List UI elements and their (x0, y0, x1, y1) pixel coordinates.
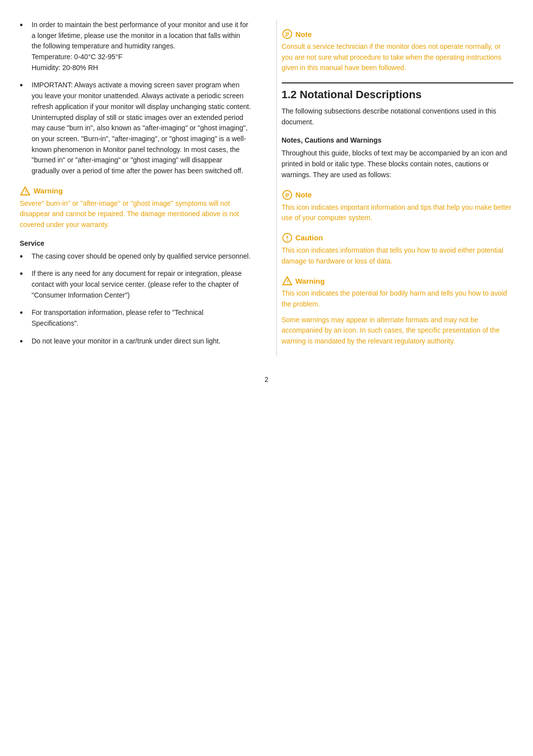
section-intro: The following subsections describe notat… (282, 106, 514, 127)
svg-rect-3 (285, 33, 289, 34)
warning-icon: ! (20, 186, 31, 196)
warning-block-right: ! Warning This icon indicates the potent… (282, 275, 514, 346)
notes-intro: Throughout this guide, blocks of text ma… (282, 148, 514, 180)
bullet-text: In order to maintain the best performanc… (32, 20, 252, 73)
warning-text: Severe'' burn-in'' or ''after-image'' or… (20, 198, 252, 230)
service-title: Service (20, 239, 252, 247)
service-item-text: For transportation information, please r… (32, 307, 252, 329)
bullet-dot: • (20, 337, 28, 346)
bullet-dot: • (20, 252, 28, 261)
note-label: Note (296, 190, 312, 199)
warning-text-2: Some warnings may appear in alternate fo… (282, 315, 514, 347)
list-item: • For transportation information, please… (20, 307, 252, 329)
list-item: • IMPORTANT: Always activate a moving sc… (20, 80, 252, 176)
list-item: • In order to maintain the best performa… (20, 20, 252, 73)
note-icon (282, 29, 293, 39)
note-block-top: Note Consult a service technician if the… (282, 29, 514, 74)
svg-rect-11 (287, 236, 288, 239)
warning-header: ! Warning (282, 275, 514, 286)
bullet-dot: • (20, 308, 28, 317)
svg-rect-7 (285, 193, 289, 194)
bullet-text: IMPORTANT: Always activate a moving scre… (32, 80, 252, 176)
notes-cautions-warnings-title: Notes, Cautions and Warnings (282, 136, 514, 144)
note-text: Consult a service technician if the moni… (282, 41, 514, 74)
bullet-dot: • (20, 269, 28, 278)
svg-text:!: ! (25, 189, 27, 195)
caution-header: Caution (282, 232, 514, 243)
right-column: Note Consult a service technician if the… (276, 20, 514, 356)
bullet-dot: • (20, 21, 28, 30)
list-item: • Do not leave your monitor in a car/tru… (20, 336, 252, 347)
caution-text: This icon indicates information that tel… (282, 245, 514, 266)
service-item-text: If there is any need for any document fo… (32, 268, 252, 301)
warning-text-1: This icon indicates the potential for bo… (282, 288, 514, 309)
svg-text:!: ! (287, 279, 288, 285)
note-header: Note (282, 29, 514, 39)
svg-point-12 (286, 239, 287, 240)
left-column: • In order to maintain the best performa… (20, 20, 257, 356)
note-text: This icon indicates important informatio… (282, 202, 514, 224)
caution-icon (282, 232, 293, 243)
svg-rect-4 (285, 34, 289, 35)
caution-label: Caution (296, 233, 323, 242)
section-heading: 1.2 Notational Descriptions (282, 82, 514, 101)
note-icon (282, 189, 293, 200)
note-header: Note (282, 189, 514, 200)
warning-label: Warning (296, 277, 325, 285)
list-item: • The casing cover should be opened only… (20, 251, 252, 262)
warning-header: ! Warning (20, 186, 252, 196)
service-item-text: The casing cover should be opened only b… (32, 251, 251, 262)
warning-icon: ! (282, 275, 293, 286)
caution-block: Caution This icon indicates information … (282, 232, 514, 266)
list-item: • If there is any need for any document … (20, 268, 252, 301)
bullet-list: • In order to maintain the best performa… (20, 20, 252, 177)
svg-rect-9 (285, 196, 288, 197)
warning-block: ! Warning Severe'' burn-in'' or ''after-… (20, 186, 252, 230)
bullet-dot: • (20, 81, 28, 90)
svg-rect-8 (285, 195, 289, 196)
service-item-text: Do not leave your monitor in a car/trunk… (32, 336, 221, 347)
page-number: 2 (0, 376, 533, 383)
warning-label: Warning (34, 187, 63, 195)
note-block: Note This icon indicates important infor… (282, 189, 514, 224)
note-label: Note (296, 30, 312, 38)
svg-rect-5 (285, 36, 288, 37)
service-list: • The casing cover should be opened only… (20, 251, 252, 347)
